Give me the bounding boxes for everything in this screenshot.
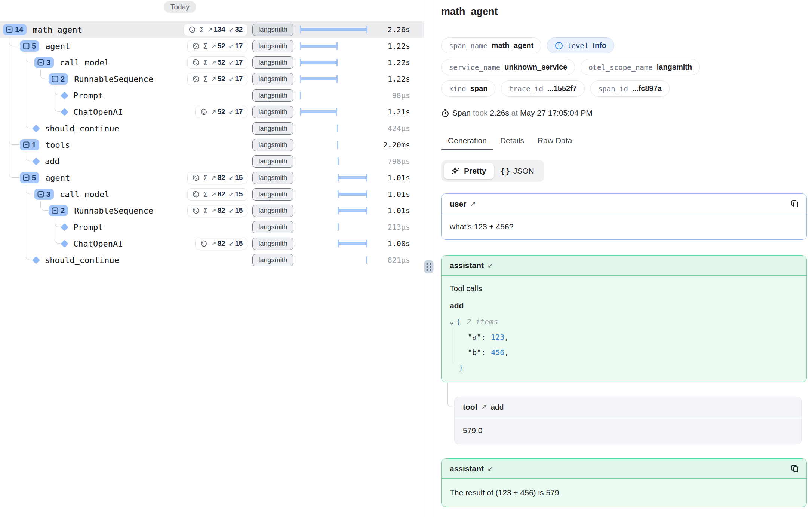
panel-resize-gutter[interactable] bbox=[424, 0, 433, 517]
trace-row-should_continue[interactable]: should_continuelangsmith424µs bbox=[0, 120, 424, 137]
trace-row-ChatOpenAI[interactable]: ChatOpenAI↗52↙17langsmith1.21s bbox=[0, 104, 424, 120]
langsmith-chip[interactable]: langsmith bbox=[252, 73, 293, 85]
arrow-down-left-icon: ↙ bbox=[228, 26, 234, 34]
sigma-icon: Σ bbox=[203, 42, 207, 50]
collapse-count-badge[interactable]: 2 bbox=[49, 73, 68, 85]
arrow-up-right-icon: ↗ bbox=[207, 26, 212, 34]
token-count-badge: Σ↗52↙17 bbox=[187, 73, 247, 85]
tree-connector-elbow bbox=[55, 88, 61, 95]
langsmith-chip[interactable]: langsmith bbox=[252, 254, 293, 266]
arrow-up-right-icon: ↗ bbox=[211, 174, 216, 182]
format-toggle: Pretty { } JSON bbox=[441, 160, 544, 182]
langsmith-chip[interactable]: langsmith bbox=[252, 122, 293, 135]
sigma-icon: Σ bbox=[203, 75, 207, 83]
arrow-up-right-icon: ↗ bbox=[470, 199, 476, 208]
role-label: assistant bbox=[450, 261, 484, 270]
copy-button[interactable] bbox=[790, 464, 800, 474]
langsmith-chip[interactable]: langsmith bbox=[252, 40, 293, 52]
trace-row-tools[interactable]: 1toolslangsmith2.20ms bbox=[0, 137, 424, 153]
collapse-count-badge[interactable]: 5 bbox=[20, 172, 39, 183]
waterfall-bar bbox=[300, 75, 367, 83]
duration-label: 2.20ms bbox=[383, 140, 410, 149]
collapse-icon bbox=[22, 141, 30, 149]
langsmith-chip[interactable]: langsmith bbox=[252, 205, 293, 217]
attribute-pill-row-3: kindspantrace_id...1552f7span_id...fc897… bbox=[441, 80, 808, 97]
attribute-pill-kind[interactable]: kindspan bbox=[441, 80, 495, 97]
token-coin-icon bbox=[192, 75, 200, 83]
trace-row-add[interactable]: addlangsmith798µs bbox=[0, 153, 424, 169]
langsmith-chip[interactable]: langsmith bbox=[252, 172, 293, 184]
tree-connector-elbow bbox=[40, 204, 49, 211]
copy-icon bbox=[791, 200, 799, 208]
span-name-label: agent bbox=[45, 173, 70, 183]
attribute-pill-trace_id[interactable]: trace_id...1552f7 bbox=[501, 80, 584, 97]
json-toggle-button[interactable]: { } JSON bbox=[494, 163, 542, 179]
collapse-count-badge[interactable]: 1 bbox=[20, 139, 39, 150]
collapse-count-badge[interactable]: 5 bbox=[20, 40, 39, 52]
trace-row-call_model[interactable]: 3call_modelΣ↗82↙15langsmith1.01s bbox=[0, 186, 424, 202]
trace-row-Prompt[interactable]: Promptlangsmith98µs bbox=[0, 87, 424, 104]
token-coin-icon bbox=[192, 59, 200, 66]
attribute-pill-otel_scope_name[interactable]: otel_scope_namelangsmith bbox=[581, 59, 700, 75]
attribute-pill-level[interactable]: levelInfo bbox=[547, 37, 614, 53]
user-card-header: user ↗ bbox=[442, 194, 806, 214]
arrow-down-left-icon: ↙ bbox=[228, 207, 234, 215]
tree-connector-line bbox=[26, 185, 26, 256]
langsmith-chip[interactable]: langsmith bbox=[252, 139, 293, 151]
collapse-count-badge[interactable]: 2 bbox=[49, 205, 68, 216]
langsmith-chip[interactable]: langsmith bbox=[252, 56, 293, 69]
langsmith-chip[interactable]: langsmith bbox=[252, 221, 293, 233]
message-card-assistant-final: assistant ↙ The result of (123 + 456) is… bbox=[441, 458, 807, 507]
duration-label: 1.22s bbox=[388, 58, 410, 67]
arrow-up-right-icon: ↗ bbox=[211, 190, 216, 198]
leaf-diamond-icon bbox=[61, 91, 68, 99]
collapse-count-badge[interactable]: 3 bbox=[34, 57, 54, 68]
pretty-toggle-button[interactable]: Pretty bbox=[444, 163, 494, 179]
token-count-badge: Σ↗82↙15 bbox=[187, 188, 247, 201]
trace-row-RunnableSequence[interactable]: 2RunnableSequenceΣ↗52↙17langsmith1.22s bbox=[0, 71, 424, 87]
langsmith-chip[interactable]: langsmith bbox=[252, 106, 293, 118]
token-coin-icon bbox=[200, 240, 207, 247]
langsmith-chip[interactable]: langsmith bbox=[252, 238, 293, 250]
sigma-icon: Σ bbox=[203, 58, 207, 67]
langsmith-chip[interactable]: langsmith bbox=[252, 24, 293, 36]
tab-raw-data[interactable]: Raw Data bbox=[531, 132, 579, 150]
message-card-user: user ↗ what's 123 + 456? bbox=[441, 193, 807, 240]
drag-handle-icon[interactable] bbox=[424, 260, 433, 273]
tool-result-text: 579.0 bbox=[455, 417, 801, 444]
trace-row-agent[interactable]: 5agentΣ↗52↙17langsmith1.22s bbox=[0, 38, 424, 54]
duration-label: 1.01s bbox=[388, 206, 410, 215]
langsmith-chip[interactable]: langsmith bbox=[252, 155, 293, 168]
attribute-pill-row-1: span_namemath_agentlevelInfo bbox=[441, 37, 808, 53]
token-count-badge: Σ↗52↙17 bbox=[187, 56, 247, 69]
span-name-label: should_continue bbox=[45, 124, 119, 133]
trace-row-math_agent[interactable]: 14math_agentΣ↗134↙32langsmith2.26s bbox=[0, 21, 424, 38]
trace-row-call_model[interactable]: 3call_modelΣ↗52↙17langsmith1.22s bbox=[0, 54, 424, 71]
collapse-icon bbox=[6, 26, 13, 33]
arrow-up-right-icon: ↗ bbox=[211, 42, 216, 50]
copy-button[interactable] bbox=[790, 199, 800, 209]
attribute-pill-service_name[interactable]: service_nameunknown_service bbox=[441, 59, 575, 75]
token-count-badge: ↗52↙17 bbox=[195, 106, 247, 118]
trace-row-should_continue[interactable]: should_continuelangsmith821µs bbox=[0, 252, 424, 268]
waterfall-bar bbox=[300, 223, 367, 231]
waterfall-bar bbox=[300, 91, 367, 100]
trace-row-agent[interactable]: 5agentΣ↗82↙15langsmith1.01s bbox=[0, 169, 424, 186]
arrow-down-left-icon: ↙ bbox=[487, 261, 493, 270]
langsmith-chip[interactable]: langsmith bbox=[252, 188, 293, 201]
attribute-pill-span_id[interactable]: span_id...fc897a bbox=[590, 80, 670, 97]
collapse-icon bbox=[51, 207, 59, 214]
collapse-count-badge[interactable]: 14 bbox=[3, 24, 27, 35]
tree-connector-elbow bbox=[40, 72, 49, 79]
span-duration-line: Span took 2.26s at May 27 17:05:04 PM bbox=[441, 108, 593, 117]
tab-details[interactable]: Details bbox=[493, 132, 531, 150]
tab-generation[interactable]: Generation bbox=[441, 132, 493, 150]
collapse-count-badge[interactable]: 3 bbox=[34, 189, 54, 200]
attribute-pill-span_name[interactable]: span_namemath_agent bbox=[441, 37, 541, 53]
span-name-label: math_agent bbox=[33, 25, 82, 34]
trace-row-RunnableSequence[interactable]: 2RunnableSequenceΣ↗82↙15langsmith1.01s bbox=[0, 202, 424, 219]
chevron-down-icon[interactable]: ⌄ bbox=[450, 318, 454, 325]
langsmith-chip[interactable]: langsmith bbox=[252, 89, 293, 102]
trace-row-ChatOpenAI[interactable]: ChatOpenAI↗82↙15langsmith1.00s bbox=[0, 235, 424, 252]
trace-row-Prompt[interactable]: Promptlangsmith213µs bbox=[0, 219, 424, 235]
